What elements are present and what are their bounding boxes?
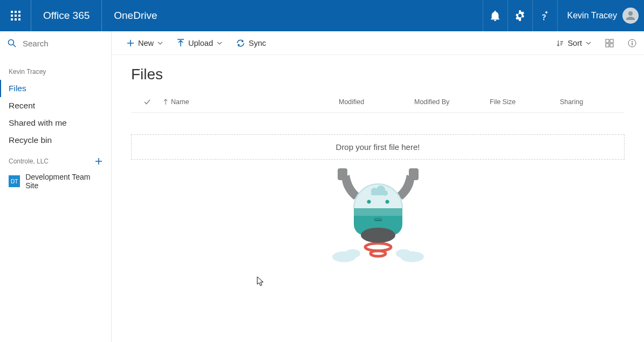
check-icon[interactable] — [143, 98, 151, 106]
person-icon — [625, 10, 636, 21]
chevron-down-icon — [157, 42, 163, 45]
upload-menu[interactable]: Upload — [177, 39, 222, 47]
app-name: OneDrive — [102, 0, 169, 31]
col-sharing[interactable]: Sharing — [560, 98, 625, 106]
svg-rect-5 — [18, 15, 20, 17]
svg-point-16 — [632, 41, 633, 42]
svg-rect-25 — [409, 168, 419, 180]
svg-point-32 — [385, 200, 389, 204]
sort-asc-icon — [163, 99, 168, 105]
svg-rect-13 — [606, 44, 609, 47]
gear-icon — [515, 10, 525, 21]
user-name: Kevin Tracey — [567, 11, 617, 20]
empty-state-illustration — [131, 166, 625, 269]
svg-rect-8 — [18, 18, 20, 20]
org-label: Controle, LLC — [9, 158, 49, 165]
user-menu[interactable]: Kevin Tracey — [557, 0, 644, 31]
svg-rect-4 — [15, 15, 17, 17]
settings-button[interactable] — [508, 0, 532, 31]
nav-recent[interactable]: Recent — [0, 97, 111, 114]
sync-label: Sync — [249, 39, 266, 47]
avatar — [622, 8, 639, 24]
page-title: Files — [131, 66, 625, 83]
svg-rect-30 — [371, 192, 387, 195]
nav-owner-label: Kevin Tracey — [0, 55, 111, 80]
svg-point-19 — [345, 249, 360, 258]
search-icon — [8, 39, 16, 47]
command-bar: New Upload Sync Sort — [112, 31, 644, 55]
info-icon — [628, 39, 636, 47]
chevron-down-icon — [586, 42, 591, 45]
sort-menu[interactable]: Sort — [556, 39, 591, 47]
site-badge: DT — [9, 175, 20, 187]
nav-shared[interactable]: Shared with me — [0, 114, 111, 132]
svg-point-23 — [371, 251, 386, 256]
help-sparkle-icon — [539, 10, 551, 22]
search-box[interactable] — [0, 31, 111, 55]
svg-rect-0 — [11, 11, 13, 13]
plus-icon — [95, 158, 102, 165]
info-button[interactable] — [628, 39, 636, 47]
suite-brand[interactable]: Office 365 — [31, 0, 102, 31]
svg-rect-17 — [632, 43, 632, 45]
upload-icon — [177, 39, 184, 47]
svg-rect-12 — [610, 39, 613, 43]
svg-rect-7 — [15, 18, 17, 20]
column-headers: Name Modified Modified By File Size Shar… — [131, 93, 625, 113]
sort-icon — [556, 39, 564, 47]
col-modified[interactable]: Modified — [339, 98, 414, 106]
svg-rect-3 — [11, 15, 13, 17]
svg-point-9 — [9, 40, 14, 45]
nav-files[interactable]: Files — [0, 80, 111, 97]
suite-header: Office 365 OneDrive Kevin Tracey — [0, 0, 644, 31]
sync-button[interactable]: Sync — [236, 39, 266, 47]
col-modified-by[interactable]: Modified By — [414, 98, 490, 106]
new-menu[interactable]: New — [127, 39, 163, 47]
grid-icon — [605, 39, 614, 47]
app-launcher-button[interactable] — [0, 0, 31, 31]
notifications-button[interactable] — [483, 0, 508, 31]
plus-icon — [127, 39, 134, 47]
waffle-icon — [11, 11, 20, 20]
svg-rect-6 — [11, 18, 13, 20]
drop-zone[interactable]: Drop your first file here! — [131, 134, 625, 160]
svg-rect-2 — [18, 11, 20, 13]
bell-icon — [490, 10, 500, 21]
view-grid-button[interactable] — [605, 39, 614, 47]
add-site-button[interactable] — [93, 158, 105, 165]
sync-icon — [236, 39, 245, 47]
search-input[interactable] — [22, 38, 92, 49]
robot-icon — [321, 166, 435, 269]
upload-label: Upload — [188, 39, 213, 47]
svg-line-10 — [13, 45, 16, 47]
site-name: Development Team Site — [25, 173, 102, 190]
nav-recycle[interactable]: Recycle bin — [0, 132, 111, 149]
sort-label: Sort — [567, 39, 582, 47]
svg-rect-11 — [606, 39, 609, 43]
svg-rect-14 — [610, 44, 613, 47]
site-link[interactable]: DT Development Team Site — [0, 168, 111, 194]
svg-point-26 — [361, 228, 395, 243]
new-label: New — [138, 39, 154, 47]
svg-rect-34 — [375, 218, 381, 220]
left-nav: Kevin Tracey Files Recent Shared with me… — [0, 31, 112, 342]
svg-rect-24 — [338, 168, 347, 180]
col-size[interactable]: File Size — [490, 98, 560, 106]
svg-point-21 — [396, 249, 411, 258]
svg-point-31 — [367, 200, 371, 204]
col-name[interactable]: Name — [163, 98, 339, 106]
chevron-down-icon — [217, 42, 222, 45]
svg-rect-1 — [15, 11, 17, 13]
help-button[interactable] — [532, 0, 557, 31]
